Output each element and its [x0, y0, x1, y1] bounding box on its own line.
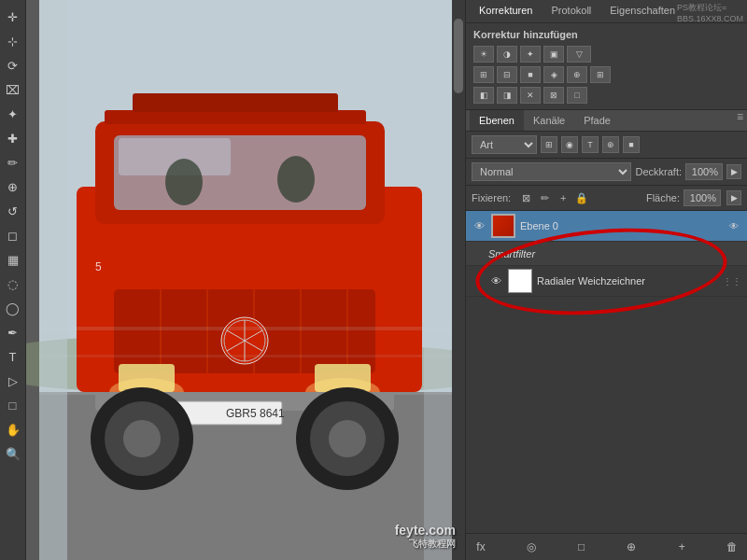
- layer-smartfilter-group[interactable]: Smartfilter: [466, 242, 747, 266]
- layers-tabs: Ebenen Kanäle Pfade ≡: [466, 110, 747, 132]
- eraser-tool[interactable]: ◻: [4, 226, 22, 245]
- pattern-icon[interactable]: ⊠: [543, 87, 564, 104]
- text-tool[interactable]: T: [4, 347, 22, 366]
- svg-rect-40: [424, 0, 452, 560]
- svg-point-34: [123, 420, 161, 457]
- tab-ebenen[interactable]: Ebenen: [470, 110, 524, 131]
- colorbalance-icon[interactable]: ⊞: [473, 66, 494, 83]
- lasso-tool[interactable]: ⟳: [4, 56, 22, 75]
- korrekturen-title: Korrektur hinzufügen: [473, 29, 740, 40]
- channel-icon[interactable]: ■: [520, 66, 541, 83]
- vibrance-icon[interactable]: ▣: [543, 46, 564, 63]
- new-layer-button[interactable]: +: [672, 538, 691, 556]
- tab-pfade[interactable]: Pfade: [574, 110, 620, 131]
- layers-ctrl-icon3[interactable]: T: [582, 136, 599, 153]
- dodge-tool[interactable]: ◯: [4, 299, 22, 317]
- svg-rect-44: [39, 355, 452, 357]
- canvas-image: GBR5 8641 5: [26, 0, 465, 560]
- tab-korrekturen[interactable]: Korrekturen: [470, 0, 542, 22]
- svg-rect-12: [105, 110, 366, 124]
- korrekturen-icon-grid: ☀ ◑ ✦ ▣ ▽ ⊞ ⊟ ■ ◈ ⊕ ⊞ ◧ ◨: [473, 46, 740, 104]
- fixieren-row: Fixieren: ⊠ ✏ + 🔒 Fläche: ▶: [466, 186, 747, 211]
- opacity-arrow[interactable]: ▶: [726, 164, 741, 179]
- art-select[interactable]: Art: [472, 135, 537, 154]
- fix-icon-checkers[interactable]: ⊠: [518, 190, 533, 205]
- tab-eigenschaften[interactable]: Eigenschaften: [600, 0, 684, 22]
- fix-icon-lock[interactable]: 🔒: [574, 190, 589, 205]
- korrekturen-row3: ◧ ◨ ✕ ⊠ □: [473, 87, 740, 104]
- blend-mode-select[interactable]: Normal: [472, 162, 631, 181]
- opacity-input[interactable]: [685, 163, 723, 180]
- invert-icon[interactable]: ◈: [543, 66, 564, 83]
- threshold-icon[interactable]: ⊞: [590, 66, 611, 83]
- flaeche-input[interactable]: [684, 189, 721, 206]
- selective-icon[interactable]: ◨: [497, 87, 517, 104]
- move-tool[interactable]: ✛: [4, 7, 22, 26]
- svg-rect-43: [39, 327, 452, 330]
- layer-ebene0[interactable]: 👁 Ebene 0 👁: [466, 211, 747, 242]
- svg-text:5: 5: [95, 260, 102, 273]
- canvas-scrollbar[interactable]: [452, 0, 465, 560]
- shape-tool[interactable]: □: [4, 396, 22, 414]
- hand-tool[interactable]: ✋: [4, 420, 22, 439]
- stamp-tool[interactable]: ⊕: [4, 177, 22, 196]
- gradient-map-icon[interactable]: ◧: [473, 87, 494, 104]
- left-toolbar: ✛ ⊹ ⟳ ⌧ ✦ ✚ ✏ ⊕ ↺ ◻ ▦ ◌ ◯ ✒ T ▷ □ ✋ 🔍: [0, 0, 26, 560]
- zoom-tool[interactable]: 🔍: [4, 444, 22, 463]
- eyedropper-tool[interactable]: ✦: [4, 105, 22, 123]
- fix-icon-pen[interactable]: ✏: [537, 190, 552, 205]
- delete-layer-button[interactable]: 🗑: [723, 538, 741, 556]
- eye-icon-radial[interactable]: 👁: [488, 273, 503, 288]
- layer-thumb-radial: [508, 269, 532, 293]
- layer-radial[interactable]: 👁 Radialer Weichzeichner ⋮⋮: [466, 266, 747, 297]
- exposure-icon[interactable]: ✦: [520, 46, 541, 63]
- history-tool[interactable]: ↺: [4, 202, 22, 220]
- korrekturen-row1: ☀ ◑ ✦ ▣ ▽: [473, 46, 740, 63]
- flaeche-arrow[interactable]: ▶: [726, 190, 741, 205]
- canvas-area: GBR5 8641 5 feyte: [26, 0, 465, 560]
- layers-ctrl-icon5[interactable]: ■: [623, 136, 640, 153]
- adjustment-button[interactable]: ◎: [522, 538, 541, 556]
- pen-tool[interactable]: ✒: [4, 323, 22, 342]
- layer-name-smartfilter: Smartfilter: [488, 248, 741, 259]
- levels-icon[interactable]: ⊟: [497, 66, 517, 83]
- select-tool[interactable]: ⊹: [4, 32, 22, 50]
- brush-tool[interactable]: ✏: [4, 153, 22, 172]
- group-button[interactable]: ⊕: [622, 538, 641, 556]
- solid-color-icon[interactable]: ✕: [520, 87, 541, 104]
- panel-menu-icon[interactable]: ≡: [737, 110, 743, 131]
- layer-radial-icon: ⋮⋮: [723, 276, 741, 287]
- gradient-tool[interactable]: ▦: [4, 250, 22, 269]
- watermark-tab: PS教程论坛=BBS.16XX8.COM: [677, 2, 743, 23]
- heal-tool[interactable]: ✚: [4, 129, 22, 147]
- path-tool[interactable]: ▷: [4, 371, 22, 390]
- hue-icon[interactable]: ▽: [567, 46, 591, 63]
- fx-button[interactable]: fx: [472, 538, 490, 556]
- blur-tool[interactable]: ◌: [4, 274, 22, 293]
- right-panel: Korrekturen Protokoll Eigenschaften PS教程…: [465, 0, 747, 560]
- mask-button[interactable]: □: [572, 538, 591, 556]
- svg-text:GBR5 8641: GBR5 8641: [226, 407, 285, 420]
- layer-name-radial: Radialer Weichzeichner: [537, 275, 718, 287]
- layers-ctrl-icon2[interactable]: ◉: [561, 136, 578, 153]
- posterize-icon[interactable]: ⊕: [567, 66, 587, 83]
- layer-settings-ebene0[interactable]: 👁: [726, 218, 741, 233]
- tab-protokoll[interactable]: Protokoll: [542, 0, 600, 22]
- layers-ctrl-icon1[interactable]: ⊞: [541, 136, 557, 153]
- crop-tool[interactable]: ⌧: [4, 80, 22, 99]
- scrollbar-thumb[interactable]: [454, 19, 463, 93]
- fill-icon[interactable]: □: [567, 87, 587, 104]
- top-panel-tabs: Korrekturen Protokoll Eigenschaften PS教程…: [466, 0, 747, 23]
- eye-icon-ebene0[interactable]: 👁: [472, 218, 486, 233]
- layer-name-ebene0: Ebene 0: [520, 220, 722, 231]
- fixieren-label: Fixieren:: [472, 192, 511, 203]
- fix-icon-plus[interactable]: +: [556, 190, 571, 205]
- blend-mode-row: Normal Deckkraft: ▶: [466, 159, 747, 186]
- curves-icon[interactable]: ◑: [497, 46, 517, 63]
- svg-point-41: [165, 159, 203, 205]
- brightness-icon[interactable]: ☀: [473, 46, 494, 63]
- tab-kanaele[interactable]: Kanäle: [524, 110, 574, 131]
- layers-ctrl-icon4[interactable]: ⊕: [602, 136, 619, 153]
- korrekturen-section: Korrektur hinzufügen ☀ ◑ ✦ ▣ ▽ ⊞ ⊟ ■ ◈ ⊕: [466, 23, 747, 110]
- svg-rect-39: [39, 0, 67, 560]
